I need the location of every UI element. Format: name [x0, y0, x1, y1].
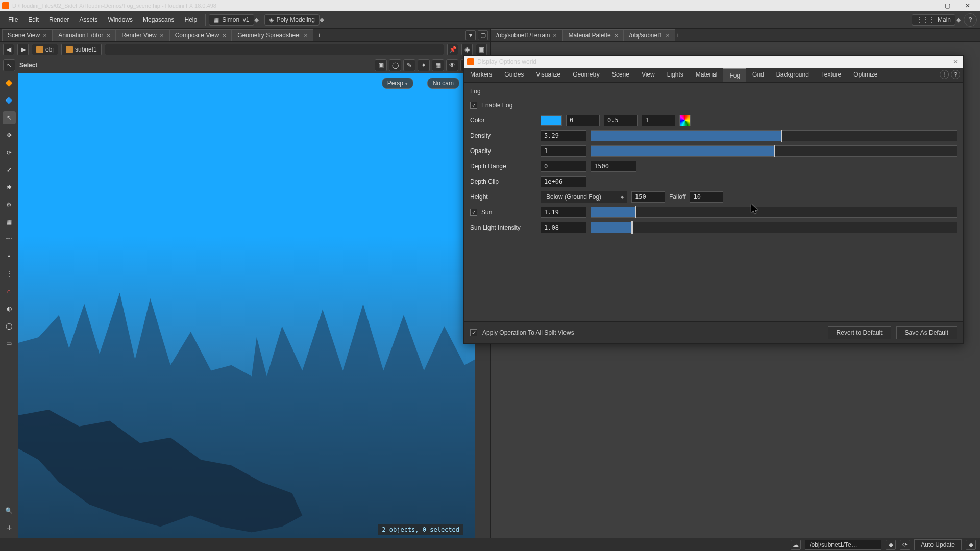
dtab-visualize[interactable]: Visualize — [530, 68, 567, 82]
refresh-icon[interactable]: ⟳ — [900, 540, 910, 550]
menu-render[interactable]: Render — [44, 13, 74, 27]
sun-checkbox[interactable] — [470, 209, 477, 216]
chevron-icon[interactable]: ◆ — [966, 540, 976, 550]
pane-menu-icon[interactable]: ▾ — [465, 30, 476, 40]
close-icon[interactable]: ✕ — [666, 33, 670, 38]
menu-windows[interactable]: Windows — [103, 13, 138, 27]
visibility-icon[interactable]: 👁 — [446, 59, 458, 71]
magnet-icon[interactable]: ∩ — [3, 285, 16, 298]
handles-icon[interactable]: ⚙ — [3, 198, 16, 211]
chevron-icon[interactable]: ◆ — [886, 540, 896, 550]
tab-scene-view[interactable]: Scene View✕ — [2, 29, 53, 41]
tab-animation-editor[interactable]: Animation Editor✕ — [53, 29, 116, 41]
dtab-texture[interactable]: Texture — [815, 68, 847, 82]
density-slider[interactable] — [591, 130, 957, 141]
tab-render-view[interactable]: Render View✕ — [116, 29, 169, 41]
color-picker-icon[interactable] — [679, 115, 691, 126]
snap-multi-icon[interactable]: ⋮ — [3, 267, 16, 281]
sun-intensity-field[interactable] — [541, 222, 586, 233]
pose-tool-icon[interactable]: ✱ — [3, 181, 16, 194]
sun-field[interactable] — [541, 207, 586, 218]
sun-slider[interactable] — [591, 207, 957, 218]
close-icon[interactable]: ✕ — [43, 33, 47, 38]
dtab-guides[interactable]: Guides — [498, 68, 530, 82]
breadcrumb-subnet1[interactable]: subnet1 — [61, 44, 102, 55]
cloud-icon[interactable]: ☁ — [791, 540, 801, 550]
desktop-selector-main[interactable]: ⋮⋮⋮ Main — [912, 14, 955, 26]
add-tab-button[interactable]: + — [675, 32, 679, 39]
help-icon[interactable]: ? — [951, 70, 960, 79]
menu-assets[interactable]: Assets — [74, 13, 103, 27]
scale-tool-icon[interactable]: ⤢ — [3, 163, 16, 177]
pin-icon[interactable]: 📌 — [447, 44, 458, 55]
cube-icon[interactable]: ▣ — [476, 44, 487, 55]
dtab-background[interactable]: Background — [770, 68, 815, 82]
forward-button[interactable]: ▶ — [17, 44, 29, 55]
dtab-fog[interactable]: Fog — [723, 68, 746, 82]
chevron-icon[interactable]: ◆ — [320, 16, 325, 23]
opacity-slider[interactable] — [591, 145, 957, 157]
sphere-icon[interactable]: ◉ — [461, 44, 473, 55]
close-button[interactable]: ✕ — [958, 0, 978, 11]
menu-edit[interactable]: Edit — [23, 13, 44, 27]
chevron-icon[interactable]: ◆ — [254, 16, 259, 23]
menu-help[interactable]: Help — [179, 13, 202, 27]
brush-icon[interactable]: ✎ — [403, 59, 415, 71]
apply-all-checkbox[interactable] — [470, 329, 477, 336]
3d-viewport[interactable]: Persp▾ No cam 2 objects, 0 selected — [18, 73, 475, 538]
depth-range-min-field[interactable] — [541, 161, 586, 172]
chevron-icon[interactable]: ◆ — [955, 16, 961, 23]
dtab-optimize[interactable]: Optimize — [847, 68, 884, 82]
help-button[interactable]: ? — [964, 13, 977, 27]
camera-menu[interactable]: Persp▾ — [382, 78, 413, 89]
breadcrumb-obj[interactable]: obj — [32, 44, 58, 55]
select-tool-icon[interactable]: ↖ — [3, 59, 15, 71]
dtab-grid[interactable]: Grid — [746, 68, 770, 82]
tab-material-palette[interactable]: Material Palette✕ — [562, 29, 623, 41]
dtab-geometry[interactable]: Geometry — [567, 68, 606, 82]
lasso-icon[interactable]: ◯ — [389, 59, 401, 71]
measure-icon[interactable]: ▭ — [3, 337, 16, 350]
tab-composite-view[interactable]: Composite View✕ — [169, 29, 232, 41]
select-arrow-icon[interactable]: ↖ — [3, 111, 16, 124]
dtab-lights[interactable]: Lights — [661, 68, 690, 82]
dtab-view[interactable]: View — [635, 68, 661, 82]
close-icon[interactable]: ✕ — [160, 33, 164, 38]
tab-terrain[interactable]: /obj/subnet1/Terrain✕ — [491, 29, 562, 41]
tumble-tool-icon[interactable]: 🔷 — [3, 94, 16, 107]
tab-geometry-spreadsheet[interactable]: Geometry Spreadsheet✕ — [232, 29, 313, 41]
axis-icon[interactable]: ✛ — [3, 521, 16, 535]
rotate-tool-icon[interactable]: ⟳ — [3, 146, 16, 159]
desktop-selector-2[interactable]: ◈ Poly Modeling — [264, 14, 320, 26]
move-tool-icon[interactable]: ✥ — [3, 129, 16, 142]
snap-curve-icon[interactable]: 〰 — [3, 233, 16, 246]
menu-file[interactable]: File — [3, 13, 23, 27]
tab-subnet1[interactable]: /obj/subnet1✕ — [624, 29, 675, 41]
construction-plane-icon[interactable]: ◐ — [3, 302, 16, 315]
close-icon[interactable]: ✕ — [553, 33, 557, 38]
height-value-field[interactable] — [631, 191, 665, 203]
save-default-button[interactable]: Save As Default — [896, 326, 957, 339]
maximize-button[interactable]: ▢ — [937, 0, 958, 11]
camera-label[interactable]: No cam — [427, 78, 459, 89]
opacity-field[interactable] — [541, 145, 586, 157]
dtab-markers[interactable]: Markers — [464, 68, 498, 82]
snap-point-icon[interactable]: • — [3, 250, 16, 263]
height-mode-dropdown[interactable]: Below (Ground Fog) — [541, 191, 627, 203]
sun-intensity-slider[interactable] — [591, 222, 957, 233]
add-tab-button[interactable]: + — [313, 31, 325, 40]
depth-range-max-field[interactable] — [591, 161, 636, 172]
close-icon[interactable]: ✕ — [222, 33, 226, 38]
inspect-icon[interactable]: 🔍 — [3, 504, 16, 517]
auto-update-button[interactable]: Auto Update — [914, 539, 962, 550]
color-r-field[interactable] — [566, 115, 600, 126]
depth-clip-field[interactable] — [541, 176, 586, 187]
minimize-button[interactable]: — — [917, 0, 937, 11]
dtab-scene[interactable]: Scene — [606, 68, 635, 82]
close-icon[interactable]: ✕ — [614, 33, 618, 38]
path-input[interactable] — [105, 44, 444, 55]
selection-box-icon[interactable]: ▣ — [375, 59, 387, 71]
desktop-selector-1[interactable]: ▦ Simon_v1 — [209, 14, 254, 26]
color-swatch[interactable] — [541, 115, 562, 126]
wand-icon[interactable]: ✦ — [418, 59, 430, 71]
